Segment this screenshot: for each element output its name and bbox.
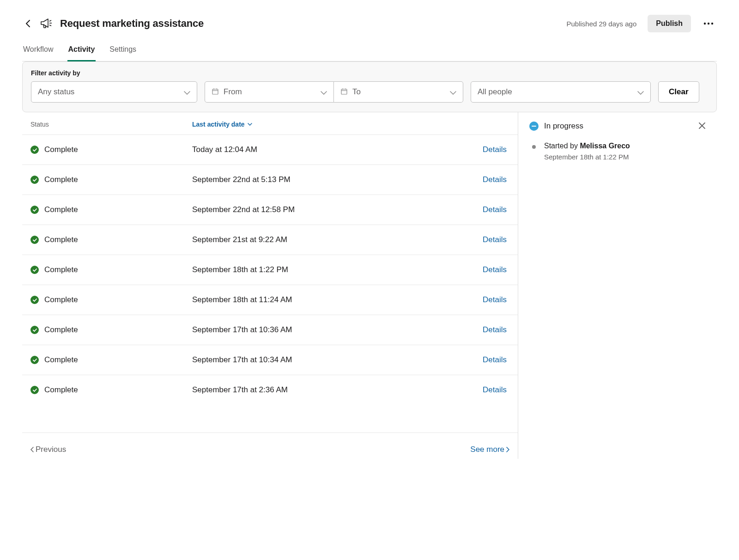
status-label: Complete	[44, 385, 78, 395]
column-header-date[interactable]: Last activity date	[192, 121, 509, 128]
status-cell: Complete	[30, 175, 192, 184]
more-actions-button[interactable]	[700, 15, 717, 32]
svg-line-0	[49, 20, 51, 21]
table-row: CompleteSeptember 17th at 2:36 AMDetails	[22, 375, 518, 405]
chevron-down-icon	[321, 88, 327, 96]
status-cell: Complete	[30, 205, 192, 214]
started-by-line: Started by Melissa Greco	[544, 142, 630, 150]
check-circle-icon	[30, 176, 39, 184]
close-button[interactable]	[698, 122, 706, 131]
started-by-prefix: Started by	[544, 142, 580, 150]
details-link[interactable]: Details	[483, 295, 509, 304]
table-row: CompleteSeptember 22nd at 12:58 PMDetail…	[22, 195, 518, 225]
table-row: CompleteSeptember 18th at 11:24 AMDetail…	[22, 285, 518, 315]
status-label: Complete	[44, 235, 78, 244]
chevron-down-icon	[248, 123, 252, 126]
calendar-icon	[340, 88, 348, 97]
calendar-icon	[212, 88, 219, 97]
status-cell: Complete	[30, 325, 192, 335]
details-link[interactable]: Details	[483, 265, 509, 274]
check-circle-icon	[30, 206, 39, 214]
tab-workflow[interactable]: Workflow	[22, 42, 55, 61]
side-panel-title: In progress	[544, 122, 693, 131]
status-cell: Complete	[30, 295, 192, 304]
status-label: Complete	[44, 205, 78, 214]
table-row: CompleteSeptember 17th at 10:36 AMDetail…	[22, 315, 518, 345]
tab-settings[interactable]: Settings	[109, 42, 137, 61]
status-cell: Complete	[30, 265, 192, 274]
page-title: Request marketing assistance	[60, 18, 560, 30]
table-row: CompleteSeptember 22nd at 5:13 PMDetails	[22, 164, 518, 195]
details-link[interactable]: Details	[483, 325, 509, 335]
tabs: WorkflowActivitySettings	[22, 42, 717, 61]
started-by-name: Melissa Greco	[580, 142, 630, 150]
bullet-dot-icon	[532, 145, 536, 149]
previous-label: Previous	[36, 445, 66, 454]
details-link[interactable]: Details	[483, 385, 509, 395]
svg-point-5	[711, 23, 713, 24]
to-date-text: To	[352, 87, 450, 97]
details-link[interactable]: Details	[483, 145, 509, 154]
see-more-link[interactable]: See more	[470, 445, 509, 454]
previous-link[interactable]: Previous	[30, 445, 66, 454]
megaphone-icon	[40, 17, 54, 30]
status-select-text: Any status	[38, 87, 184, 97]
status-label: Complete	[44, 355, 78, 365]
status-label: Complete	[44, 175, 78, 184]
status-select[interactable]: Any status	[31, 81, 197, 103]
chevron-right-icon	[506, 447, 509, 452]
chevron-down-icon	[450, 88, 456, 96]
date-cell: September 17th at 10:34 AM	[192, 355, 483, 365]
status-cell: Complete	[30, 145, 192, 154]
status-label: Complete	[44, 325, 78, 335]
chevron-down-icon	[637, 88, 644, 96]
people-select[interactable]: All people	[471, 81, 651, 103]
to-date-select[interactable]: To	[334, 81, 463, 103]
chevron-down-icon	[184, 88, 190, 96]
published-text: Published 29 days ago	[566, 20, 636, 28]
status-label: Complete	[44, 295, 78, 304]
chevron-left-icon	[30, 447, 34, 452]
details-link[interactable]: Details	[483, 175, 509, 184]
back-button[interactable]	[22, 18, 33, 29]
table-row: CompleteSeptember 21st at 9:22 AMDetails	[22, 225, 518, 255]
status-cell: Complete	[30, 385, 192, 395]
table-row: CompleteSeptember 17th at 10:34 AMDetail…	[22, 345, 518, 375]
status-cell: Complete	[30, 355, 192, 365]
svg-line-2	[49, 25, 51, 26]
check-circle-icon	[30, 356, 39, 364]
date-cell: September 18th at 1:22 PM	[192, 265, 483, 274]
details-link[interactable]: Details	[483, 355, 509, 365]
date-cell: September 18th at 11:24 AM	[192, 295, 483, 304]
side-panel-item: Started by Melissa Greco September 18th …	[529, 142, 706, 161]
status-label: Complete	[44, 265, 78, 274]
in-progress-icon	[529, 122, 539, 131]
details-link[interactable]: Details	[483, 235, 509, 244]
clear-button[interactable]: Clear	[658, 81, 699, 103]
check-circle-icon	[30, 146, 39, 154]
svg-rect-6	[212, 89, 218, 94]
column-header-date-label: Last activity date	[192, 121, 245, 128]
date-cell: Today at 12:04 AM	[192, 145, 483, 154]
check-circle-icon	[30, 236, 39, 244]
status-label: Complete	[44, 145, 78, 154]
date-cell: September 17th at 10:36 AM	[192, 325, 483, 335]
started-timestamp: September 18th at 1:22 PM	[544, 153, 630, 161]
filter-label: Filter activity by	[31, 69, 708, 77]
check-circle-icon	[30, 386, 39, 394]
from-date-text: From	[224, 87, 321, 97]
table-row: CompleteToday at 12:04 AMDetails	[22, 134, 518, 164]
publish-button[interactable]: Publish	[648, 15, 691, 32]
date-cell: September 22nd at 12:58 PM	[192, 205, 483, 214]
svg-point-3	[704, 23, 706, 24]
tab-activity[interactable]: Activity	[67, 42, 96, 61]
date-cell: September 21st at 9:22 AM	[192, 235, 483, 244]
check-circle-icon	[30, 266, 39, 274]
date-cell: September 22nd at 5:13 PM	[192, 175, 483, 184]
see-more-label: See more	[470, 445, 504, 454]
from-date-select[interactable]: From	[205, 81, 334, 103]
check-circle-icon	[30, 296, 39, 304]
details-link[interactable]: Details	[483, 205, 509, 214]
column-header-status: Status	[30, 121, 192, 128]
filter-bar: Filter activity by Any status From To	[22, 61, 717, 112]
